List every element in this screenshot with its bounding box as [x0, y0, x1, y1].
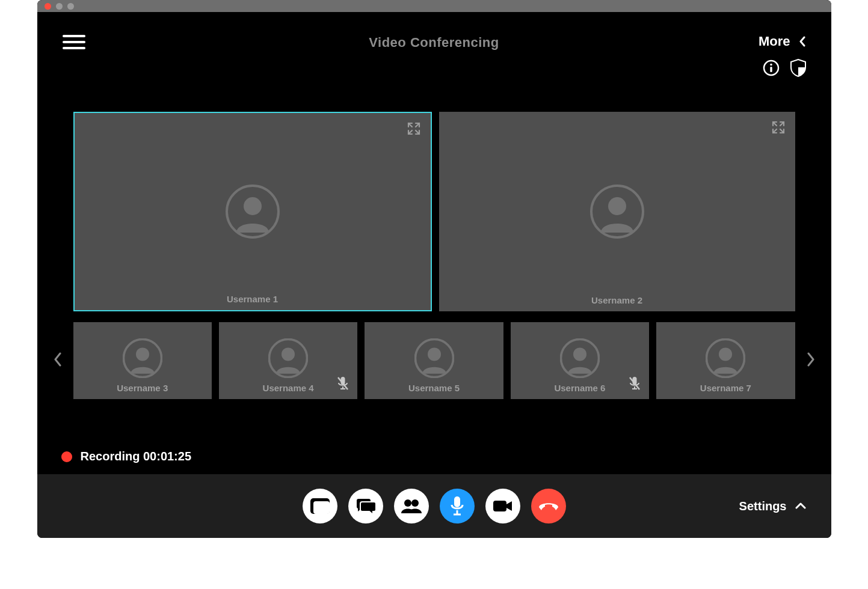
username-label: Username 5 [365, 383, 503, 393]
thumbnail-row: Username 3 Username 4 Username 5 [73, 322, 795, 399]
app-window: Video Conferencing More [37, 0, 831, 538]
svg-point-4 [244, 197, 262, 215]
camera-button[interactable] [485, 489, 520, 523]
prev-arrow-button[interactable] [53, 352, 63, 369]
expand-icon[interactable] [771, 120, 786, 137]
header: Video Conferencing More [37, 12, 831, 78]
svg-point-24 [719, 347, 732, 361]
hamburger-menu-button[interactable] [63, 35, 85, 49]
mic-muted-icon [629, 376, 641, 393]
info-icon[interactable] [763, 60, 780, 76]
people-icon [401, 498, 422, 514]
microphone-button[interactable] [440, 489, 475, 523]
chevron-up-icon [795, 501, 806, 511]
chat-icon [356, 497, 376, 515]
recording-word: Recording [81, 450, 140, 463]
svg-rect-26 [313, 501, 330, 514]
svg-point-10 [282, 347, 295, 361]
share-screen-button[interactable] [303, 489, 337, 523]
avatar-icon [560, 338, 600, 378]
window-titlebar [37, 0, 831, 12]
avatar-icon [706, 338, 745, 378]
recording-time: 00:01:25 [143, 450, 191, 463]
footer-bar: Settings [37, 474, 831, 538]
avatar-icon [123, 338, 162, 378]
svg-rect-32 [493, 501, 506, 511]
avatar-icon [226, 185, 280, 239]
expand-icon[interactable] [407, 121, 421, 138]
video-tile-small[interactable]: Username 4 [219, 322, 357, 399]
svg-point-28 [411, 499, 419, 507]
avatar-icon [268, 338, 308, 378]
shield-icon[interactable] [790, 59, 806, 77]
thumbnail-list: Username 3 Username 4 Username 5 [73, 322, 795, 399]
svg-rect-29 [454, 496, 460, 507]
window-close-dot[interactable] [45, 3, 51, 10]
app-title: Video Conferencing [369, 35, 499, 50]
footer-buttons [303, 489, 566, 523]
screen-icon [310, 498, 330, 514]
hamburger-line [63, 41, 85, 43]
camera-icon [493, 499, 513, 513]
window-minimize-dot[interactable] [56, 3, 63, 10]
hangup-button[interactable] [531, 489, 566, 523]
username-label: Username 2 [439, 295, 795, 305]
more-button[interactable]: More [759, 34, 806, 49]
avatar-icon [414, 338, 454, 378]
avatar-icon [590, 185, 644, 239]
hamburger-line [63, 35, 85, 37]
svg-point-27 [404, 499, 411, 507]
mic-muted-icon [337, 376, 349, 393]
recording-text: Recording 00:01:25 [81, 450, 192, 463]
participants-button[interactable] [394, 489, 429, 523]
more-label: More [759, 34, 790, 49]
svg-point-1 [770, 64, 772, 66]
window-zoom-dot[interactable] [67, 3, 74, 10]
content-area: Username 1 Username 2 [37, 78, 831, 474]
svg-point-16 [428, 347, 441, 361]
next-arrow-button[interactable] [806, 352, 816, 369]
settings-label: Settings [739, 499, 787, 513]
recording-dot-icon [61, 451, 72, 462]
svg-point-6 [608, 197, 626, 215]
username-label: Username 1 [75, 294, 431, 304]
username-label: Username 7 [656, 383, 795, 393]
video-tile-small[interactable]: Username 5 [365, 322, 503, 399]
video-tile-small[interactable]: Username 7 [656, 322, 795, 399]
video-tile-large[interactable]: Username 2 [439, 112, 795, 311]
video-tile-large[interactable]: Username 1 [73, 112, 432, 311]
chat-button[interactable] [348, 489, 383, 523]
phone-hangup-icon [538, 500, 559, 512]
video-tile-small[interactable]: Username 6 [511, 322, 649, 399]
video-tile-small[interactable]: Username 3 [73, 322, 212, 399]
main-video-grid: Username 1 Username 2 [73, 112, 795, 311]
hamburger-line [63, 47, 85, 49]
svg-point-18 [573, 347, 586, 361]
chevron-left-icon [799, 36, 806, 47]
svg-point-8 [136, 347, 149, 361]
header-icons [763, 59, 806, 77]
microphone-icon [450, 496, 464, 516]
svg-rect-2 [770, 67, 772, 72]
username-label: Username 3 [73, 383, 212, 393]
settings-button[interactable]: Settings [739, 499, 806, 513]
recording-indicator: Recording 00:01:25 [61, 450, 192, 463]
